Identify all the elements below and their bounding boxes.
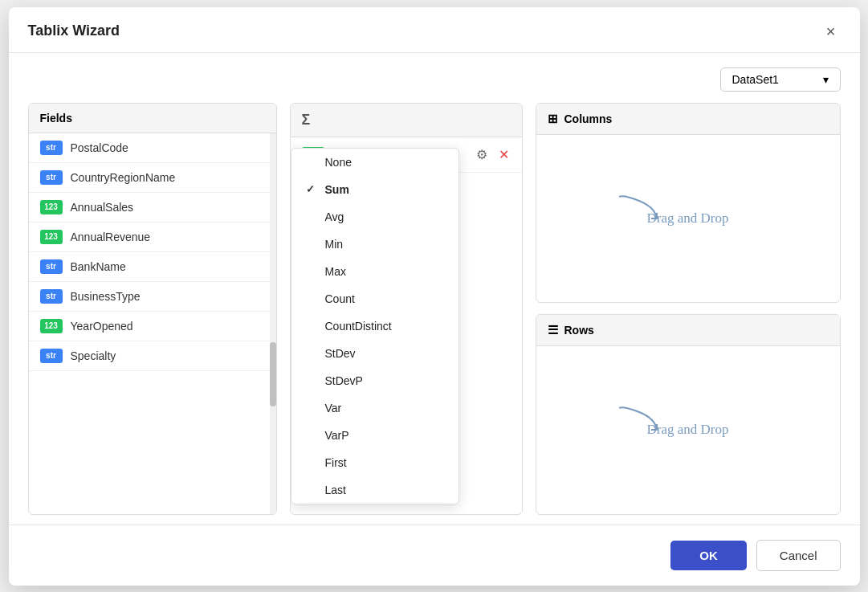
list-item[interactable]: strSpecialty — [29, 341, 276, 371]
aggregate-dropdown: None✓SumAvgMinMaxCountCountDistinctStDev… — [291, 148, 459, 504]
list-item[interactable]: 123AnnualSales — [29, 193, 276, 223]
dialog-header: Tablix Wizard × — [9, 7, 860, 53]
list-item[interactable]: strCountryRegionName — [29, 163, 276, 193]
sigma-icon: Σ — [302, 112, 311, 129]
dropdown-item[interactable]: ✓Sum — [291, 176, 458, 203]
dialog-footer: OK Cancel — [9, 525, 860, 586]
dropdown-item[interactable]: Last — [291, 476, 458, 504]
dropdown-item[interactable]: VarP — [291, 422, 458, 449]
list-item[interactable]: 123YearOpened — [29, 312, 276, 341]
rows-title: Rows — [564, 324, 594, 337]
right-area: ⊞ Columns Drag and Drop — [536, 103, 841, 515]
rows-drag-area[interactable]: Drag and Drop — [536, 346, 840, 514]
middle-panel: Σ 123 ⚙ ✕ None✓SumAvgMinMaxCountCountDis… — [290, 103, 523, 515]
dropdown-item[interactable]: StDev — [291, 340, 458, 367]
columns-drag-text: Drag and Drop — [647, 210, 729, 227]
dropdown-item[interactable]: Var — [291, 394, 458, 422]
columns-drag-arrow-icon — [615, 193, 663, 225]
fields-list: strPostalCodestrCountryRegionName123Annu… — [29, 133, 276, 514]
list-item[interactable]: strBankName — [29, 252, 276, 282]
columns-panel: ⊞ Columns Drag and Drop — [536, 103, 841, 304]
scrollbar-thumb[interactable] — [270, 342, 276, 406]
middle-panel-header: Σ — [291, 104, 522, 137]
dialog-title: Tablix Wizard — [28, 22, 120, 39]
tablix-wizard-dialog: Tablix Wizard × DataSet1 ▾ Fields strPos… — [9, 7, 860, 586]
dropdown-item[interactable]: None — [291, 149, 458, 176]
fields-panel-header: Fields — [29, 104, 276, 133]
columns-panel-header: ⊞ Columns — [536, 104, 840, 135]
list-item[interactable]: strBusinessType — [29, 282, 276, 312]
columns-icon: ⊞ — [548, 112, 558, 126]
close-button[interactable]: × — [821, 22, 841, 41]
dropdown-item[interactable]: Min — [291, 231, 458, 258]
rows-panel-header: ☰ Rows — [536, 315, 840, 346]
dialog-body: DataSet1 ▾ Fields strPostalCodestrCountr… — [9, 53, 860, 515]
columns-drag-area[interactable]: Drag and Drop — [536, 135, 840, 303]
dropdown-item[interactable]: Count — [291, 285, 458, 312]
dataset-label: DataSet1 — [732, 73, 779, 86]
rows-drag-arrow-icon — [615, 404, 663, 436]
delete-button[interactable]: ✕ — [497, 145, 511, 164]
gear-button[interactable]: ⚙ — [475, 145, 489, 164]
fields-panel: Fields strPostalCodestrCountryRegionName… — [28, 103, 277, 515]
scrollbar-track — [270, 133, 276, 514]
dataset-dropdown[interactable]: DataSet1 ▾ — [720, 67, 841, 92]
dropdown-item[interactable]: First — [291, 449, 458, 476]
ok-button[interactable]: OK — [670, 541, 747, 570]
dropdown-item[interactable]: Avg — [291, 203, 458, 231]
rows-drag-text: Drag and Drop — [647, 422, 729, 438]
dropdown-item[interactable]: Max — [291, 258, 458, 285]
list-item[interactable]: 123AnnualRevenue — [29, 223, 276, 252]
rows-icon: ☰ — [548, 323, 558, 337]
cancel-button[interactable]: Cancel — [756, 540, 841, 571]
top-row: DataSet1 ▾ — [28, 67, 841, 92]
list-item[interactable]: strPostalCode — [29, 133, 276, 163]
dropdown-item[interactable]: CountDistinct — [291, 312, 458, 340]
main-area: Fields strPostalCodestrCountryRegionName… — [28, 103, 841, 515]
dropdown-arrow-icon: ▾ — [823, 73, 829, 86]
fields-title: Fields — [40, 112, 72, 125]
columns-title: Columns — [564, 112, 613, 125]
rows-panel: ☰ Rows Drag and Drop — [536, 314, 841, 515]
dropdown-item[interactable]: StDevP — [291, 367, 458, 394]
